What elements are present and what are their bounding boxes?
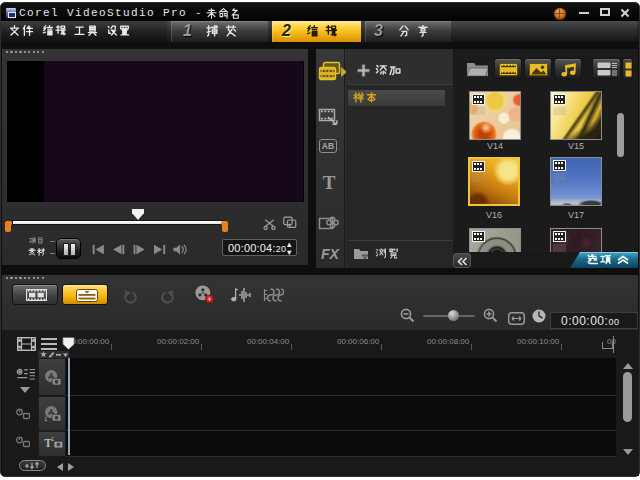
svg-text:1: 1 [44,415,48,422]
svg-text:1: 1 [51,436,54,442]
